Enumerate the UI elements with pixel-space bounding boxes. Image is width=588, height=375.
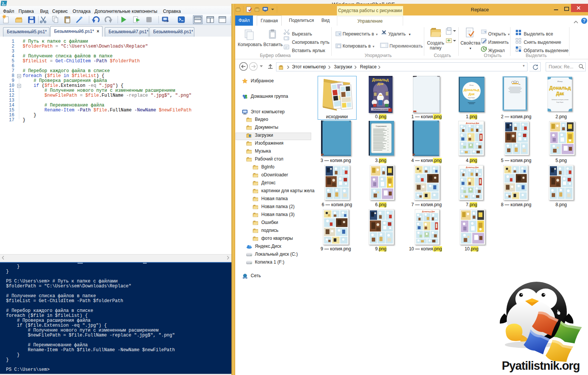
svg-text:Pyatilistnik.org: Pyatilistnik.org <box>502 359 580 372</box>
